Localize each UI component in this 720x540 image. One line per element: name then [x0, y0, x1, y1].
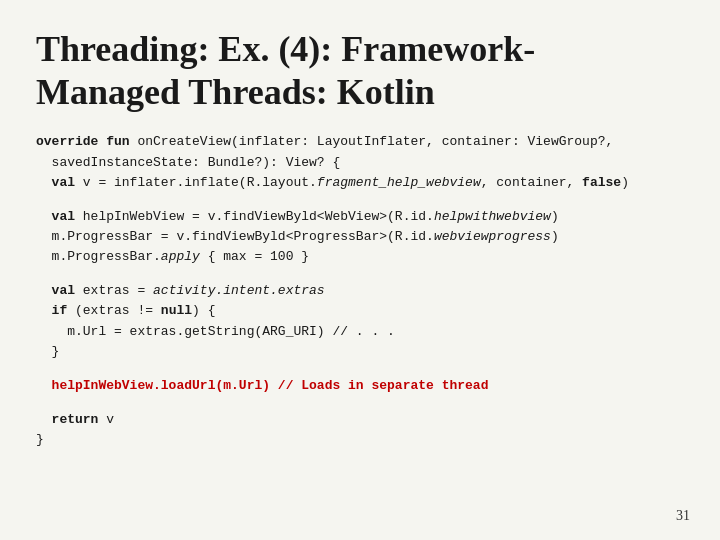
- code-line: m.ProgressBar = v.findViewByld<ProgressB…: [36, 227, 684, 247]
- code-line: val extras = activity.intent.extras: [36, 281, 684, 301]
- code-line: val helpInWebView = v.findViewByld<WebVi…: [36, 207, 684, 227]
- code-line: override fun onCreateView(inflater: Layo…: [36, 132, 684, 152]
- code-block-4: return v }: [36, 410, 684, 450]
- title-line1: Threading: Ex. (4): Framework-: [36, 29, 535, 69]
- code-line: }: [36, 430, 684, 450]
- code-line: savedInstanceState: Bundle?): View? {: [36, 153, 684, 173]
- title-area: Threading: Ex. (4): Framework- Managed T…: [36, 28, 684, 114]
- code-line: }: [36, 342, 684, 362]
- code-line: return v: [36, 410, 684, 430]
- code-block-3: val extras = activity.intent.extras if (…: [36, 281, 684, 362]
- code-block-1: override fun onCreateView(inflater: Layo…: [36, 132, 684, 192]
- highlight-line: helpInWebView.loadUrl(m.Url) // Loads in…: [36, 376, 684, 396]
- code-line: if (extras != null) {: [36, 301, 684, 321]
- code-area: override fun onCreateView(inflater: Layo…: [36, 132, 684, 520]
- page-number: 31: [676, 508, 690, 524]
- code-block-highlight: helpInWebView.loadUrl(m.Url) // Loads in…: [36, 376, 684, 396]
- slide: Threading: Ex. (4): Framework- Managed T…: [0, 0, 720, 540]
- code-line: val v = inflater.inflate(R.layout.fragme…: [36, 173, 684, 193]
- slide-title: Threading: Ex. (4): Framework- Managed T…: [36, 28, 684, 114]
- title-line2: Managed Threads: Kotlin: [36, 72, 435, 112]
- code-line: m.Url = extras.getString(ARG_URI) // . .…: [36, 322, 684, 342]
- code-block-2: val helpInWebView = v.findViewByld<WebVi…: [36, 207, 684, 267]
- code-line: m.ProgressBar.apply { max = 100 }: [36, 247, 684, 267]
